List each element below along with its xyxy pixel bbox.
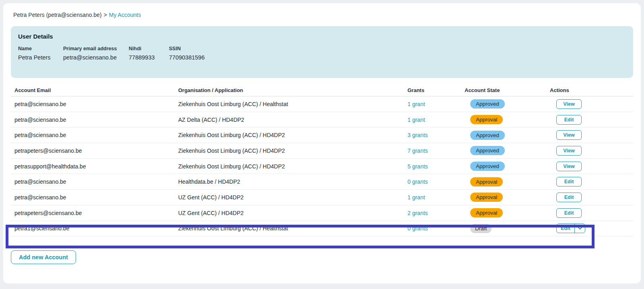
user-details-card: User Details Name Petra Peters Primary e… bbox=[11, 26, 633, 78]
action-button[interactable]: Edit bbox=[556, 193, 582, 202]
account-state-badge: Approved bbox=[470, 146, 505, 155]
account-state-badge: Approval bbox=[470, 177, 503, 187]
account-email-cell: petrasupport@healthdata.be bbox=[14, 163, 178, 170]
account-email-cell: petra@sciensano.be bbox=[14, 132, 178, 138]
account-state-badge: Approved bbox=[470, 99, 505, 109]
organisation-cell: UZ Gent (ACC) / HD4DP2 bbox=[178, 194, 407, 201]
user-details-fields: Name Petra Peters Primary email address … bbox=[18, 46, 626, 61]
grants-link[interactable]: 1 grant bbox=[407, 101, 425, 107]
grants-link[interactable]: 1 grant bbox=[407, 194, 425, 201]
grants-link[interactable]: 5 grants bbox=[407, 163, 428, 170]
table-row: petrapeters@sciensano.be Ziekenhuis Oost… bbox=[11, 143, 633, 159]
field-label: SSIN bbox=[169, 46, 205, 51]
field-label: Nihdi bbox=[129, 46, 169, 51]
accounts-table-body: petra@sciensano.be Ziekenhuis Oost Limbu… bbox=[11, 96, 633, 236]
user-detail-primary-email: Primary email address petra@sciensano.be bbox=[63, 46, 129, 61]
table-row: petra@sciensano.be Healthdata.be / HD4DP… bbox=[11, 174, 633, 190]
field-value: petra@sciensano.be bbox=[63, 54, 129, 61]
column-header-account-state: Account State bbox=[465, 87, 550, 93]
field-label: Primary email address bbox=[63, 46, 129, 51]
account-email-cell: petra@sciensano.be bbox=[14, 194, 178, 201]
account-state-badge: Draft bbox=[470, 224, 492, 233]
organisation-cell: Healthdata.be / HD4DP2 bbox=[178, 178, 407, 185]
action-button-label[interactable]: View bbox=[557, 100, 581, 109]
user-detail-ssin: SSIN 77090381596 bbox=[169, 46, 205, 61]
field-value: 77090381596 bbox=[169, 54, 205, 61]
action-button-label[interactable]: Edit bbox=[557, 193, 581, 202]
grants-link[interactable]: 0 grants bbox=[407, 178, 428, 185]
action-button[interactable]: Edit bbox=[556, 208, 582, 218]
action-button[interactable]: Edit bbox=[556, 115, 582, 125]
column-header-account-email: Account Email bbox=[14, 87, 178, 93]
breadcrumb-my-accounts-link[interactable]: My Accounts bbox=[109, 12, 141, 18]
grants-link[interactable]: 1 grant bbox=[407, 117, 425, 123]
action-button-label[interactable]: Edit bbox=[557, 209, 581, 217]
grants-link[interactable]: 7 grants bbox=[407, 148, 428, 154]
breadcrumb-user: Petra Peters (petra@sciensano.be) bbox=[13, 12, 102, 18]
action-button[interactable]: View bbox=[556, 99, 582, 109]
grants-link[interactable]: 0 grants bbox=[407, 225, 428, 232]
account-email-cell: petrapeters@sciensano.be bbox=[14, 148, 178, 154]
table-row: petra@sciensano.be AZ Delta (ACC) / HD4D… bbox=[11, 112, 633, 128]
table-row: petra1@sciensano.be Ziekenhuis Oost Limb… bbox=[11, 221, 633, 237]
table-row: petra@sciensano.be Ziekenhuis Oost Limbu… bbox=[11, 127, 633, 143]
action-button-label[interactable]: Edit bbox=[557, 177, 581, 186]
organisation-cell: Ziekenhuis Oost Limburg (ACC) / Healthst… bbox=[178, 225, 407, 232]
table-row: petrasupport@healthdata.be Ziekenhuis Oo… bbox=[11, 159, 633, 174]
table-row: petra@sciensano.be UZ Gent (ACC) / HD4DP… bbox=[11, 190, 633, 205]
accounts-table-header: Account Email Organisation / Application… bbox=[11, 84, 633, 96]
action-button-label[interactable]: View bbox=[557, 131, 581, 139]
organisation-cell: AZ Delta (ACC) / HD4DP2 bbox=[178, 117, 407, 123]
table-row: petra@sciensano.be Ziekenhuis Oost Limbu… bbox=[11, 96, 633, 112]
action-button-label[interactable]: Edit bbox=[557, 224, 574, 233]
breadcrumb-separator: > bbox=[104, 12, 107, 18]
account-email-cell: petra@sciensano.be bbox=[14, 117, 178, 123]
account-state-badge: Approval bbox=[470, 193, 503, 202]
account-email-cell: petrapeters@sciensano.be bbox=[14, 210, 178, 216]
breadcrumb: Petra Peters (petra@sciensano.be) > My A… bbox=[11, 12, 633, 18]
column-header-actions: Actions bbox=[550, 87, 633, 93]
column-header-organisation-application: Organisation / Application bbox=[178, 87, 407, 93]
accounts-table: Account Email Organisation / Application… bbox=[11, 84, 633, 236]
action-button-label[interactable]: View bbox=[557, 162, 581, 171]
chevron-down-icon[interactable] bbox=[574, 224, 585, 233]
add-new-account-button[interactable]: Add new Account bbox=[11, 250, 76, 264]
account-email-cell: petra@sciensano.be bbox=[14, 101, 178, 107]
organisation-cell: UZ Gent (ACC) / HD4DP2 bbox=[178, 210, 407, 216]
column-header-grants: Grants bbox=[407, 87, 465, 93]
account-email-cell: petra1@sciensano.be bbox=[14, 225, 178, 232]
field-label: Name bbox=[18, 46, 63, 51]
account-state-badge: Approved bbox=[470, 131, 505, 140]
user-detail-nihdi: Nihdi 77889933 bbox=[129, 46, 169, 61]
account-state-badge: Approved bbox=[470, 162, 505, 171]
action-button[interactable]: View bbox=[556, 130, 582, 140]
action-button-label[interactable]: View bbox=[557, 146, 581, 155]
account-email-cell: petra@sciensano.be bbox=[14, 178, 178, 185]
account-state-badge: Approval bbox=[470, 115, 503, 124]
user-detail-name: Name Petra Peters bbox=[18, 46, 63, 61]
action-button[interactable]: Edit bbox=[556, 177, 582, 187]
field-value: 77889933 bbox=[129, 54, 169, 61]
action-button[interactable]: View bbox=[556, 162, 582, 171]
action-button[interactable]: View bbox=[556, 146, 582, 156]
user-details-title: User Details bbox=[18, 33, 626, 40]
grants-link[interactable]: 3 grants bbox=[407, 132, 428, 138]
grants-link[interactable]: 2 grants bbox=[407, 210, 428, 216]
organisation-cell: Ziekenhuis Oost Limburg (ACC) / HD4DP2 bbox=[178, 132, 407, 138]
main-card: Petra Peters (petra@sciensano.be) > My A… bbox=[3, 3, 641, 283]
account-state-badge: Approval bbox=[470, 208, 503, 217]
organisation-cell: Ziekenhuis Oost Limburg (ACC) / Healthst… bbox=[178, 101, 407, 107]
organisation-cell: Ziekenhuis Oost Limburg (ACC) / HD4DP2 bbox=[178, 163, 407, 170]
field-value: Petra Peters bbox=[18, 54, 63, 61]
action-button-label[interactable]: Edit bbox=[557, 115, 581, 124]
organisation-cell: Ziekenhuis Oost Limburg (ACC) / HD4DP2 bbox=[178, 148, 407, 154]
table-row: petrapeters@sciensano.be UZ Gent (ACC) /… bbox=[11, 205, 633, 221]
action-button[interactable]: Edit bbox=[556, 223, 585, 233]
